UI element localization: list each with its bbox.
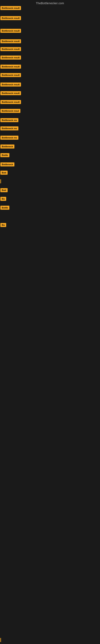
bottleneck-badge-25[interactable]: Bo bbox=[0, 223, 6, 227]
badge-row-14: Bottleneck res bbox=[0, 126, 18, 131]
bottleneck-badge-11[interactable]: Bottleneck result bbox=[0, 100, 21, 104]
bottleneck-badge-12[interactable]: Bottleneck resul bbox=[0, 109, 20, 113]
bottleneck-badge-6[interactable]: Bottleneck result bbox=[0, 56, 21, 60]
badge-row-3: Bottleneck result bbox=[0, 29, 21, 34]
badge-row-19: Bott bbox=[0, 171, 8, 176]
site-title: TheBottlenecker.com bbox=[0, 0, 100, 6]
bottleneck-badge-13[interactable]: Bottleneck res bbox=[0, 118, 18, 122]
bottleneck-badge-19[interactable]: Bott bbox=[0, 171, 8, 175]
bottleneck-badge-8[interactable]: Bottleneck result bbox=[0, 73, 21, 77]
bottleneck-badge-16[interactable]: Bottleneck bbox=[0, 144, 14, 148]
bottleneck-badge-1[interactable]: Bottleneck result bbox=[0, 6, 21, 10]
line-indicator-2 bbox=[0, 638, 1, 642]
bottleneck-badge-21[interactable]: Bott bbox=[0, 188, 8, 192]
badge-row-2: Bottleneck result bbox=[0, 16, 21, 21]
bottleneck-badge-17[interactable]: Bottle bbox=[0, 153, 9, 157]
badge-row-7: Bottleneck result bbox=[0, 64, 21, 70]
page-container: TheBottlenecker.com Bottleneck result Bo… bbox=[0, 0, 100, 644]
line-indicator-1 bbox=[0, 179, 1, 183]
badge-row-13: Bottleneck res bbox=[0, 118, 18, 123]
bottleneck-badge-23[interactable]: Bottle bbox=[0, 206, 9, 210]
badge-row-9: Bottleneck result bbox=[0, 82, 21, 87]
bottleneck-badge-7[interactable]: Bottleneck result bbox=[0, 64, 21, 69]
badge-row-16: Bottleneck bbox=[0, 144, 14, 149]
badge-row-4: Bottleneck result bbox=[0, 39, 21, 44]
bottleneck-badge-4[interactable]: Bottleneck result bbox=[0, 39, 21, 43]
bottleneck-badge-2[interactable]: Bottleneck result bbox=[0, 16, 21, 20]
badge-row-22: Bo bbox=[0, 197, 6, 202]
badge-row-23: Bottle bbox=[0, 206, 9, 210]
bottleneck-badge-18[interactable]: Bottleneck bbox=[0, 162, 14, 166]
bottleneck-badge-10[interactable]: Bottleneck result bbox=[0, 91, 21, 95]
bottleneck-badge-3[interactable]: Bottleneck result bbox=[0, 29, 21, 33]
badge-row-11: Bottleneck result bbox=[0, 100, 21, 105]
bottleneck-badge-9[interactable]: Bottleneck result bbox=[0, 82, 21, 86]
badge-row-5: Bottleneck result bbox=[0, 47, 21, 52]
badge-row-18: Bottleneck bbox=[0, 162, 14, 167]
badge-row-17: Bottle bbox=[0, 153, 9, 158]
bottleneck-badge-5[interactable]: Bottleneck result bbox=[0, 47, 21, 51]
badge-row-10: Bottleneck result bbox=[0, 91, 21, 96]
badge-row-25: Bo bbox=[0, 223, 6, 228]
badge-row-15: Bottleneck res bbox=[0, 136, 18, 140]
badge-row-21: Bott bbox=[0, 188, 8, 193]
bottleneck-badge-14[interactable]: Bottleneck res bbox=[0, 126, 18, 130]
badge-row-12: Bottleneck resul bbox=[0, 109, 20, 114]
badge-row-8: Bottleneck result bbox=[0, 73, 21, 78]
bottleneck-badge-22[interactable]: Bo bbox=[0, 197, 6, 201]
badge-row-1: Bottleneck result bbox=[0, 6, 21, 11]
bottleneck-badge-15[interactable]: Bottleneck res bbox=[0, 136, 18, 140]
badge-row-6: Bottleneck result bbox=[0, 56, 21, 60]
